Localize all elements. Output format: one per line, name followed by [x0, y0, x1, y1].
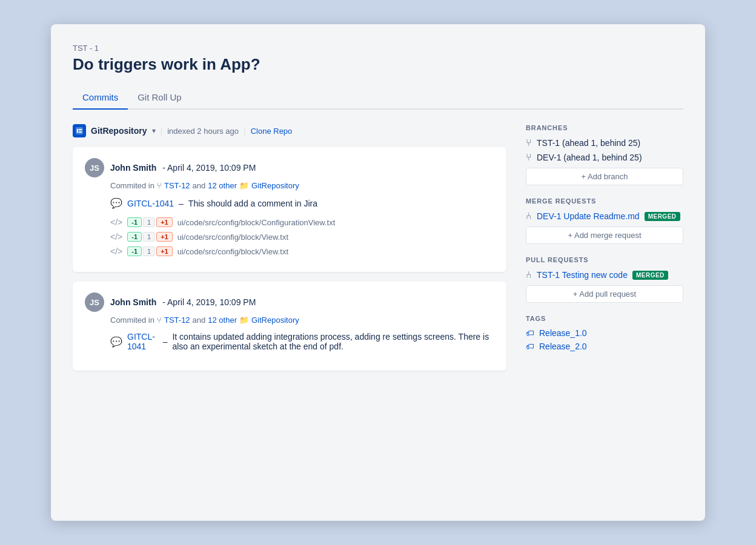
- file-row-1-3: </> -1 1 +1 ui/code/src/config/block/Vie…: [110, 246, 494, 256]
- files-section-1: </> -1 1 +1 ui/code/src/config/block/Con…: [110, 217, 494, 256]
- add-merge-button[interactable]: + Add merge request: [526, 226, 683, 244]
- badge-del-1-2: -1: [127, 232, 142, 242]
- badge-add-1-2: +1: [156, 232, 173, 242]
- tag-item-1: 🏷 Release_1.0: [526, 328, 683, 338]
- other-link-1[interactable]: 12 other: [208, 181, 237, 190]
- commit-message-2: 💬 GITCL-1041 – It contains updated addin…: [110, 332, 494, 351]
- branch-name-1: TST-1 (ahead 1, behind 25): [537, 138, 640, 148]
- commit-meta-1: Commited in ⑂ TST-12 and 12 other 📁 GitR…: [110, 181, 494, 190]
- merge-requests-label: MERGE REQUESTS: [526, 197, 683, 205]
- tag-item-2: 🏷 Release_2.0: [526, 342, 683, 351]
- add-pull-button[interactable]: + Add pull request: [526, 285, 683, 303]
- badge-del-1-1: -1: [127, 217, 142, 227]
- issue-id: TST - 1: [73, 44, 683, 53]
- badge-count-1-1: 1: [143, 217, 155, 227]
- avatar-1: JS: [85, 158, 104, 177]
- diff-badges-1-1: -1 1 +1: [127, 217, 172, 227]
- merge-icon-1: ⑃: [526, 211, 532, 222]
- badge-add-1-3: +1: [156, 246, 173, 256]
- other-link-2[interactable]: 12 other: [208, 315, 237, 325]
- commit-msg-text-2: It contains updated adding integrations …: [172, 332, 494, 351]
- commit-author-2: John Smith: [110, 297, 156, 307]
- commit-msg-id-1[interactable]: GITCL-1041: [127, 199, 174, 208]
- commit-card-2: JS John Smith - April 4, 2019, 10:09 PM …: [73, 282, 506, 371]
- badge-add-1-1: +1: [156, 217, 173, 227]
- repo-link-2[interactable]: GitRepository: [251, 315, 299, 325]
- pull-requests-label: PULL REQUESTS: [526, 256, 683, 263]
- folder-icon-1: 📁: [239, 181, 249, 190]
- branch-icon-2: ⑂: [157, 315, 162, 325]
- tag-link-1[interactable]: Release_1.0: [539, 328, 587, 338]
- main-card: TST - 1 Do triggers work in App? Commits…: [51, 24, 705, 521]
- avatar-2: JS: [85, 292, 104, 312]
- diff-badges-1-2: -1 1 +1: [127, 232, 172, 242]
- branch-link-1[interactable]: TST-12: [164, 181, 190, 190]
- right-panel: BRANCHES ⑂ TST-1 (ahead 1, behind 25) ⑂ …: [526, 124, 683, 380]
- tag-icon-2: 🏷: [526, 342, 534, 351]
- tabs: Commits Git Roll Up: [73, 86, 683, 110]
- commit-header-2: JS John Smith - April 4, 2019, 10:09 PM: [85, 292, 494, 312]
- file-path-1-3: ui/code/src/config/block/View.txt: [177, 247, 288, 256]
- badge-del-1-3: -1: [127, 246, 142, 256]
- commit-msg-id-2[interactable]: GITCL-1041: [127, 332, 158, 351]
- tags-label: TAGS: [526, 315, 683, 322]
- tag-link-2[interactable]: Release_2.0: [539, 342, 587, 351]
- commit-date-2: - April 4, 2019, 10:09 PM: [162, 297, 256, 307]
- svg-rect-0: [76, 127, 83, 134]
- divider2: |: [244, 126, 246, 136]
- tab-commits[interactable]: Commits: [73, 86, 128, 110]
- branch-link-2[interactable]: TST-12: [164, 315, 190, 325]
- branches-label: BRANCHES: [526, 124, 683, 131]
- issue-title: Do triggers work in App?: [73, 55, 683, 74]
- file-path-1-2: ui/code/src/config/block/View.txt: [177, 233, 288, 242]
- code-icon-1-3: </>: [110, 246, 122, 256]
- left-panel: GitRepository ▾ | indexed 2 hours ago | …: [73, 124, 506, 380]
- indexed-text: indexed 2 hours ago: [167, 127, 239, 136]
- tag-icon-1: 🏷: [526, 328, 534, 338]
- pull-merged-badge-1: MERGED: [632, 271, 668, 280]
- badge-count-1-2: 1: [143, 232, 155, 242]
- merge-link-1[interactable]: DEV-1 Update Readme.md: [537, 211, 640, 221]
- branch-item-1: ⑂ TST-1 (ahead 1, behind 25): [526, 137, 683, 148]
- chevron-down-icon[interactable]: ▾: [152, 127, 156, 135]
- pull-icon-1: ⑃: [526, 269, 532, 280]
- code-icon-1-2: </>: [110, 232, 122, 242]
- comment-icon-1: 💬: [110, 197, 122, 209]
- comment-icon-2: 💬: [110, 336, 122, 348]
- file-path-1-1: ui/code/src/config/block/ConfigurationVi…: [177, 218, 336, 227]
- repo-link-1[interactable]: GitRepository: [251, 181, 299, 190]
- clone-repo-link[interactable]: Clone Repo: [251, 127, 293, 136]
- commit-date-1: - April 4, 2019, 10:09 PM: [162, 163, 256, 173]
- content-area: GitRepository ▾ | indexed 2 hours ago | …: [73, 124, 683, 380]
- badge-count-1-3: 1: [143, 246, 155, 256]
- repo-header: GitRepository ▾ | indexed 2 hours ago | …: [73, 124, 506, 137]
- pull-request-item-1: ⑃ TST-1 Testing new code MERGED: [526, 269, 683, 280]
- merged-badge-1: MERGED: [645, 212, 680, 221]
- repo-icon: [73, 124, 86, 137]
- file-row-1-2: </> -1 1 +1 ui/code/src/config/block/Vie…: [110, 232, 494, 242]
- commit-msg-sep-1: –: [179, 199, 184, 208]
- commit-msg-sep-2: –: [163, 337, 168, 346]
- branch-name-2: DEV-1 (ahead 1, behind 25): [537, 153, 642, 162]
- commit-msg-text-1: This should add a comment in Jira: [188, 199, 317, 208]
- commit-message-1: 💬 GITCL-1041 – This should add a comment…: [110, 197, 494, 209]
- branch-icon-1: ⑂: [157, 181, 162, 190]
- branch-item-icon-1: ⑂: [526, 137, 532, 148]
- branch-item-icon-2: ⑂: [526, 152, 532, 163]
- code-icon-1-1: </>: [110, 217, 122, 227]
- tab-git-roll-up[interactable]: Git Roll Up: [128, 86, 191, 110]
- folder-icon-2: 📁: [239, 315, 249, 325]
- repo-name[interactable]: GitRepository: [91, 126, 147, 136]
- commit-card-1: JS John Smith - April 4, 2019, 10:09 PM …: [73, 147, 506, 272]
- add-branch-button[interactable]: + Add branch: [526, 168, 683, 185]
- commit-author-1: John Smith: [110, 163, 156, 173]
- branch-item-2: ⑂ DEV-1 (ahead 1, behind 25): [526, 152, 683, 163]
- pull-link-1[interactable]: TST-1 Testing new code: [537, 270, 628, 280]
- diff-badges-1-3: -1 1 +1: [127, 246, 172, 256]
- merge-request-item-1: ⑃ DEV-1 Update Readme.md MERGED: [526, 211, 683, 222]
- commit-header-1: JS John Smith - April 4, 2019, 10:09 PM: [85, 158, 494, 177]
- file-row-1-1: </> -1 1 +1 ui/code/src/config/block/Con…: [110, 217, 494, 227]
- commit-meta-2: Commited in ⑂ TST-12 and 12 other 📁 GitR…: [110, 315, 494, 325]
- divider: |: [161, 126, 163, 136]
